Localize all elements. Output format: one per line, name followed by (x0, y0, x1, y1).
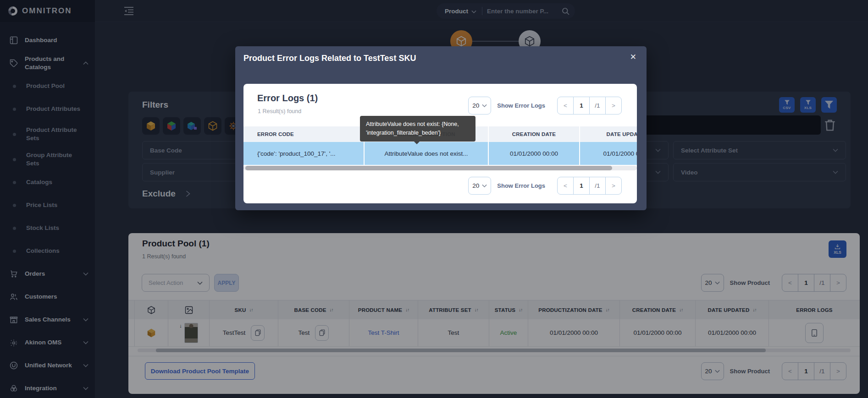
close-icon[interactable]: ✕ (630, 52, 636, 62)
error-logs-panel: Error Logs (1) 1 Result(s) found 20 Show… (243, 84, 637, 203)
page-size-select[interactable]: 20 (468, 97, 491, 114)
page-size-value: 20 (472, 102, 479, 109)
column-header-creation-date: CREATION DATE (489, 126, 580, 142)
error-logs-section-title: Error Logs (1) (257, 93, 318, 104)
chevron-down-icon (482, 104, 487, 107)
current-page[interactable]: 1 (573, 177, 590, 195)
modal-horizontal-scrollbar[interactable] (243, 166, 637, 170)
next-page-button[interactable]: > (605, 97, 622, 114)
tooltip-line-2: 'integration_filterable_beden'} (366, 129, 470, 137)
app-root: OMNITRON Dashboard Products and Catalogs (0, 0, 868, 398)
modal-title: Product Error Logs Related to TestTest S… (243, 54, 416, 63)
column-header-error-code: ERROR CODE (243, 126, 365, 142)
page-navigator: < 1 /1 > (557, 97, 622, 114)
scrollbar-thumb[interactable] (245, 166, 612, 170)
error-log-row-selected[interactable]: {'code': 'product_100_17', '... Attribut… (243, 142, 637, 165)
total-pages: /1 (589, 97, 606, 114)
show-error-logs-label: Show Error Logs (497, 102, 545, 109)
current-page[interactable]: 1 (573, 97, 590, 114)
date-updated-cell: 01/01/2000 00:01 (580, 142, 637, 165)
modal-pagination-bottom: 20 Show Error Logs < 1 /1 > (468, 177, 622, 195)
next-page-button[interactable]: > (605, 177, 622, 195)
error-description-tooltip: AttributeValue does not exist: {None, 'i… (360, 116, 475, 142)
show-error-logs-label: Show Error Logs (497, 182, 545, 189)
page-size-value: 20 (472, 182, 479, 189)
error-logs-result-count: 1 Result(s) found (258, 108, 301, 114)
chevron-down-icon (482, 184, 487, 187)
previous-page-button[interactable]: < (557, 97, 574, 114)
tooltip-line-1: AttributeValue does not exist: {None, (366, 120, 470, 129)
page-size-select[interactable]: 20 (468, 177, 491, 195)
column-header-date-updated: DATE UPDATED (580, 126, 637, 142)
creation-date-cell: 01/01/2000 00:00 (489, 142, 580, 165)
error-description-cell[interactable]: AttributeValue does not exist... (365, 142, 489, 165)
modal-pagination-top: 20 Show Error Logs < 1 /1 > (468, 97, 622, 114)
previous-page-button[interactable]: < (557, 177, 574, 195)
page-navigator: < 1 /1 > (557, 177, 622, 195)
total-pages: /1 (589, 177, 606, 195)
error-code-cell: {'code': 'product_100_17', '... (243, 142, 365, 165)
